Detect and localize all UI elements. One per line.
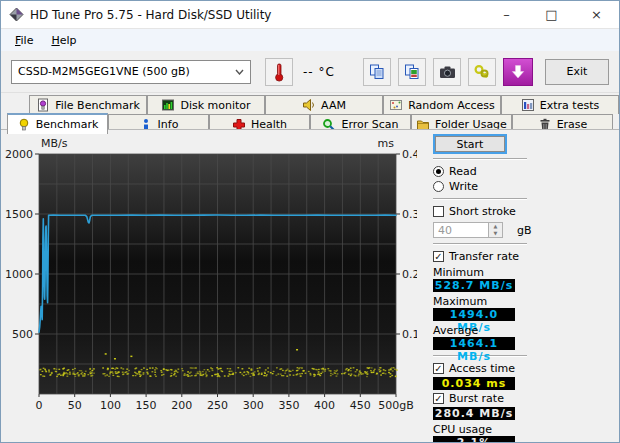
disk-monitor-icon <box>161 98 175 112</box>
read-radio[interactable] <box>433 166 444 177</box>
speaker-icon <box>302 98 316 112</box>
tab-file-benchmark[interactable]: File Benchmark <box>29 95 147 114</box>
transfer-rate-checkbox[interactable] <box>433 251 444 262</box>
tab-extra-tests[interactable]: Extra tests <box>501 95 619 114</box>
screenshot-button[interactable] <box>433 58 461 86</box>
benchmark-chart: MB/sms2000150010005000.400.300.200.10050… <box>5 134 417 419</box>
svg-text:1500: 1500 <box>5 208 33 221</box>
minimum-label: Minimum <box>433 266 611 278</box>
temperature-button[interactable] <box>265 58 293 86</box>
chevron-down-icon <box>235 69 244 75</box>
svg-text:450: 450 <box>350 399 371 412</box>
tab-aam[interactable]: AAM <box>265 95 383 114</box>
svg-text:0.30: 0.30 <box>402 208 417 221</box>
tab-disk-monitor[interactable]: Disk monitor <box>147 95 265 114</box>
drive-select[interactable]: CSSD-M2M5GEG1VNE (500 gB) <box>11 60 251 84</box>
svg-text:400: 400 <box>314 399 335 412</box>
write-label: Write <box>449 180 478 193</box>
svg-text:MB/s: MB/s <box>41 137 68 150</box>
read-label: Read <box>449 165 477 178</box>
svg-text:1000: 1000 <box>5 268 33 281</box>
svg-text:100: 100 <box>100 399 121 412</box>
svg-text:500gB: 500gB <box>378 399 414 412</box>
svg-text:0: 0 <box>36 399 43 412</box>
menu-file[interactable]: File <box>7 32 41 49</box>
short-stroke-size-input[interactable]: 40 <box>433 222 489 238</box>
cpu-usage-value: 2.1% <box>433 436 515 443</box>
short-stroke-spinner[interactable]: ▲▼ <box>489 222 503 238</box>
screenshot-camera-icon <box>438 63 457 81</box>
file-benchmark-icon <box>36 98 50 112</box>
svg-text:300: 300 <box>243 399 264 412</box>
save-button[interactable] <box>468 58 496 86</box>
average-value: 1464.1 MB/s <box>433 337 515 350</box>
titlebar: HD Tune Pro 5.75 - Hard Disk/SSD Utility… <box>1 1 619 29</box>
access-time-value: 0.034 ms <box>433 377 515 390</box>
short-stroke-unit: gB <box>517 224 532 237</box>
svg-text:150: 150 <box>136 399 157 412</box>
download-button[interactable] <box>503 58 533 86</box>
svg-text:0.40: 0.40 <box>402 148 417 161</box>
random-access-icon <box>389 98 403 112</box>
svg-text:0.20: 0.20 <box>402 268 417 281</box>
copy-text-icon <box>368 63 386 81</box>
minimum-value: 528.7 MB/s <box>433 279 515 292</box>
temperature-readout: -- °C <box>303 65 351 79</box>
start-button[interactable]: Start <box>435 136 505 152</box>
app-icon <box>9 7 24 22</box>
svg-text:350: 350 <box>278 399 299 412</box>
svg-text:200: 200 <box>171 399 192 412</box>
burst-rate-checkbox[interactable] <box>433 393 444 404</box>
tabs-top: File Benchmark Disk monitor AAM <box>1 95 619 114</box>
benchmark-controls: Start Read Write Short stroke 40 ▲▼ gB <box>421 132 611 443</box>
extra-tests-icon <box>521 98 535 112</box>
toolbar: CSSD-M2M5GEG1VNE (500 gB) -- °C <box>1 51 619 93</box>
exit-button[interactable]: Exit <box>545 59 609 85</box>
hdtune-window: HD Tune Pro 5.75 - Hard Disk/SSD Utility… <box>0 0 620 443</box>
lightbulb-icon <box>17 118 31 132</box>
minimize-button[interactable]: – <box>484 1 529 29</box>
transfer-rate-label: Transfer rate <box>449 250 519 263</box>
chart-canvas: MB/sms2000150010005000.400.300.200.10050… <box>5 134 417 419</box>
svg-text:250: 250 <box>207 399 228 412</box>
download-arrow-icon <box>510 64 526 80</box>
window-title: HD Tune Pro 5.75 - Hard Disk/SSD Utility <box>30 8 484 22</box>
burst-rate-value: 280.4 MB/s <box>433 407 515 420</box>
average-label: Average <box>433 324 611 336</box>
cpu-usage-label: CPU usage <box>433 423 611 435</box>
close-button[interactable]: × <box>574 1 619 29</box>
burst-rate-label: Burst rate <box>449 392 504 405</box>
svg-text:ms: ms <box>378 137 395 150</box>
svg-text:0.10: 0.10 <box>402 328 417 341</box>
write-radio[interactable] <box>433 181 444 192</box>
short-stroke-label: Short stroke <box>449 205 516 218</box>
maximize-button[interactable]: □ <box>529 1 574 29</box>
maximum-value: 1494.0 MB/s <box>433 308 515 321</box>
svg-text:500: 500 <box>12 328 33 341</box>
tab-benchmark[interactable]: Benchmark <box>7 113 108 134</box>
thermometer-icon <box>270 62 288 82</box>
svg-text:50: 50 <box>68 399 82 412</box>
copy-image-icon <box>403 63 421 81</box>
save-keys-icon <box>473 63 491 81</box>
menubar: File Help <box>1 29 619 51</box>
svg-text:2000: 2000 <box>5 148 33 161</box>
copy-text-button[interactable] <box>363 58 391 86</box>
menu-help[interactable]: Help <box>43 32 84 49</box>
access-time-label: Access time <box>449 362 515 375</box>
access-time-checkbox[interactable] <box>433 363 444 374</box>
maximum-label: Maximum <box>433 295 611 307</box>
tab-random-access[interactable]: Random Access <box>383 95 501 114</box>
copy-image-button[interactable] <box>398 58 426 86</box>
benchmark-page: MB/sms2000150010005000.400.300.200.10050… <box>1 129 620 443</box>
drive-select-value: CSSD-M2M5GEG1VNE (500 gB) <box>18 65 235 78</box>
short-stroke-checkbox[interactable] <box>433 206 444 217</box>
